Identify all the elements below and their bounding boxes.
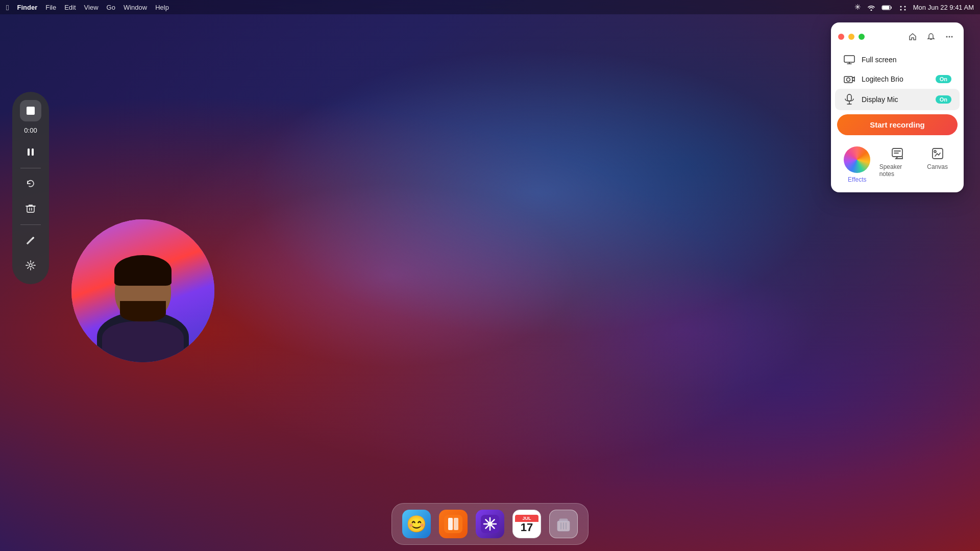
panel-header-actions	[905, 30, 957, 44]
canvas-icon	[931, 146, 944, 160]
camera-option[interactable]: Logitech Brio On	[835, 69, 960, 89]
svg-rect-8	[27, 206, 34, 212]
svg-point-2	[900, 6, 901, 8]
menubar-edit[interactable]: Edit	[64, 4, 76, 11]
mic-label: Display Mic	[862, 95, 929, 104]
full-screen-label: Full screen	[862, 56, 951, 64]
draw-button[interactable]	[20, 230, 41, 252]
svg-point-28	[488, 522, 492, 526]
svg-rect-16	[847, 94, 851, 101]
menubar-left:  Finder File Edit View Go Window Help	[6, 3, 169, 12]
effects-color-wheel	[844, 146, 870, 173]
close-button[interactable]	[838, 34, 844, 40]
home-button[interactable]	[905, 30, 920, 44]
loom-panel: Full screen Logitech Brio On Display Mic…	[831, 22, 964, 192]
menubar-file[interactable]: File	[45, 4, 56, 11]
svg-rect-20	[444, 515, 462, 533]
dock: JUL 17	[391, 503, 589, 545]
menubar-view[interactable]: View	[84, 4, 99, 11]
svg-point-12	[951, 36, 953, 38]
loom-menubar-icon[interactable]: ✳	[854, 3, 861, 12]
svg-rect-22	[454, 518, 458, 530]
speaker-notes-icon	[891, 146, 904, 160]
svg-point-4	[900, 9, 901, 11]
books-icon	[439, 510, 468, 538]
menubar-app-name[interactable]: Finder	[17, 4, 37, 11]
control-center-icon[interactable]	[899, 4, 907, 11]
dock-finder[interactable]	[400, 508, 433, 540]
svg-rect-17	[892, 148, 902, 157]
calendar-icon: JUL 17	[512, 510, 541, 538]
svg-rect-7	[32, 148, 34, 156]
svg-point-15	[847, 78, 850, 82]
menubar-right: ✳ Mon Jun 22 9:41	[854, 3, 974, 12]
canvas-action[interactable]: Canvas	[917, 143, 958, 173]
toolbar-divider	[20, 168, 41, 168]
maximize-button[interactable]	[859, 34, 865, 40]
canvas-label: Canvas	[927, 163, 948, 170]
trash-icon	[549, 510, 578, 538]
svg-point-9	[29, 264, 32, 267]
svg-point-10	[946, 36, 948, 38]
panel-titlebar	[831, 22, 964, 50]
svg-point-5	[904, 9, 905, 11]
apple-logo[interactable]: 	[6, 3, 9, 12]
webcam-feed	[71, 219, 214, 362]
notifications-button[interactable]	[924, 30, 938, 44]
svg-point-3	[904, 6, 905, 8]
minimize-button[interactable]	[848, 34, 854, 40]
recording-toolbar: 0:00	[12, 92, 49, 284]
stop-button[interactable]	[20, 100, 41, 121]
menubar-help[interactable]: Help	[155, 4, 169, 11]
svg-rect-21	[448, 518, 453, 530]
menubar-clock: Mon Jun 22 9:41 AM	[913, 4, 974, 11]
svg-rect-1	[883, 6, 889, 9]
pause-button[interactable]	[20, 141, 41, 163]
camera-icon	[843, 74, 855, 84]
effects-toolbar-button[interactable]	[20, 255, 41, 276]
calendar-day: 17	[521, 522, 533, 533]
full-screen-option[interactable]: Full screen	[835, 50, 960, 69]
camera-on-badge[interactable]: On	[936, 75, 951, 83]
dock-perplexity[interactable]	[474, 508, 506, 540]
dock-trash[interactable]	[547, 508, 580, 540]
finder-icon	[402, 510, 431, 538]
stop-icon	[27, 107, 35, 115]
mic-option[interactable]: Display Mic On	[835, 89, 960, 110]
effects-label: Effects	[848, 176, 866, 183]
menubar-go[interactable]: Go	[107, 4, 115, 11]
battery-icon	[881, 4, 893, 11]
mic-icon	[843, 94, 855, 105]
svg-point-11	[949, 36, 950, 38]
svg-rect-13	[844, 56, 854, 62]
dock-books[interactable]	[437, 508, 470, 540]
start-recording-button[interactable]: Start recording	[837, 114, 958, 135]
dock-calendar[interactable]: JUL 17	[510, 508, 543, 540]
panel-actions-row: Effects Speaker notes Canv	[831, 139, 964, 186]
delete-button[interactable]	[20, 198, 41, 219]
more-options-button[interactable]	[942, 30, 957, 44]
toolbar-divider-2	[20, 224, 41, 225]
mic-on-badge[interactable]: On	[936, 95, 951, 104]
speaker-notes-action[interactable]: Speaker notes	[877, 143, 918, 181]
speaker-notes-label: Speaker notes	[879, 163, 916, 178]
undo-button[interactable]	[20, 173, 41, 195]
recording-timer: 0:00	[24, 127, 37, 134]
menubar:  Finder File Edit View Go Window Help ✳	[0, 0, 980, 14]
effects-action[interactable]: Effects	[837, 143, 877, 186]
svg-rect-6	[28, 148, 30, 156]
svg-rect-30	[559, 519, 568, 521]
wifi-icon	[867, 4, 875, 11]
monitor-icon	[843, 55, 855, 64]
svg-point-19	[934, 151, 936, 153]
camera-label: Logitech Brio	[862, 75, 929, 83]
menubar-window[interactable]: Window	[124, 4, 147, 11]
perplexity-icon	[476, 510, 504, 538]
